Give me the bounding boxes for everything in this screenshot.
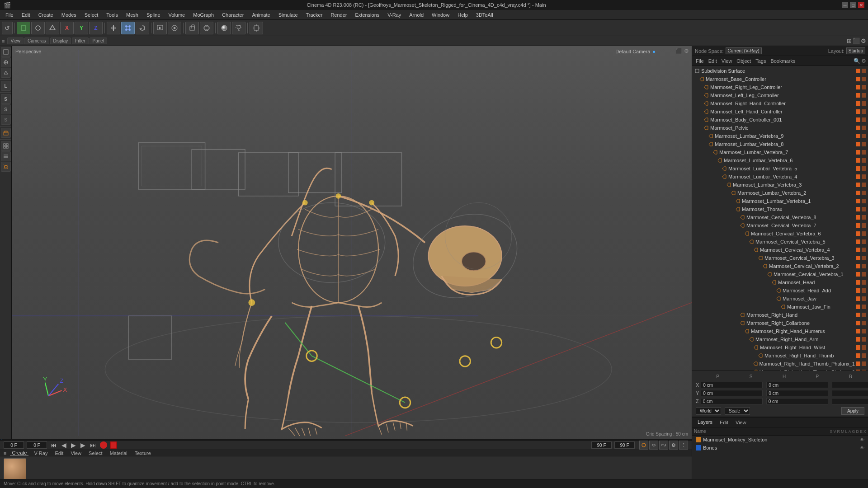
- tree-item[interactable]: Marmoset_Body_Controller_001: [692, 116, 868, 124]
- rp-file-btn[interactable]: File: [694, 58, 706, 64]
- cameras-menu[interactable]: Cameras: [24, 38, 49, 44]
- toolbar-texture-mode[interactable]: [31, 22, 45, 34]
- viewport-expand-icon[interactable]: ⬛: [853, 38, 860, 44]
- record-btn[interactable]: [100, 441, 107, 449]
- x-pos-input[interactable]: [701, 382, 763, 388]
- menu-volume[interactable]: Volume: [165, 11, 189, 19]
- layer-row-marmoset[interactable]: Marmoset_Monkey_Skeleton 👁: [692, 436, 868, 444]
- left-tool-layers[interactable]: [1, 151, 11, 161]
- tree-item[interactable]: Marmoset_Cervical_Vertebra_4: [692, 246, 868, 254]
- layer-row-bones[interactable]: Bones 👁: [692, 444, 868, 452]
- maximize-button[interactable]: □: [850, 2, 856, 8]
- rp-object-btn[interactable]: Object: [735, 58, 753, 64]
- fps-input[interactable]: [614, 441, 635, 449]
- tree-item[interactable]: Marmoset_Lumbar_Vertebra_7: [692, 148, 868, 156]
- toolbar-x-axis[interactable]: X: [60, 22, 74, 34]
- toolbar-sphere[interactable]: [200, 22, 213, 34]
- tree-item[interactable]: Marmoset_Right_Hand_Controller: [692, 99, 868, 108]
- edit-menu[interactable]: Edit: [53, 450, 65, 456]
- tree-item[interactable]: Marmoset_Right_Hand_Arm: [692, 335, 868, 343]
- tree-item[interactable]: Marmoset_Cervical_Vertebra_3: [692, 254, 868, 262]
- vray-menu[interactable]: V-Ray: [32, 450, 49, 456]
- rp-edit-btn[interactable]: Edit: [707, 58, 719, 64]
- menu-create[interactable]: Create: [35, 11, 57, 19]
- y-rot-input[interactable]: [766, 390, 828, 396]
- end-frame-input[interactable]: [591, 441, 612, 449]
- tree-item[interactable]: Marmoset_Lumbar_Vertebra_6: [692, 156, 868, 164]
- settings-btn[interactable]: ⚙: [669, 441, 678, 450]
- play-btn[interactable]: ▶: [70, 441, 77, 449]
- viewport-maximize-icon[interactable]: ⬛: [675, 48, 682, 54]
- tree-item[interactable]: Marmoset_Left_Leg_Controller: [692, 91, 868, 99]
- x-h-input[interactable]: [832, 382, 868, 388]
- tree-item[interactable]: Marmoset_Cervical_Vertebra_1: [692, 270, 868, 278]
- left-tool-7[interactable]: [1, 128, 11, 138]
- z-pos-input[interactable]: [701, 398, 763, 404]
- tree-item[interactable]: Marmoset_Cervical_Vertebra_7: [692, 221, 868, 230]
- tree-item[interactable]: Marmoset_Lumbar_Vertebra_3: [692, 181, 868, 189]
- toolbar-undo-btn[interactable]: ↺: [2, 22, 13, 34]
- object-tree[interactable]: Subdivision SurfaceMarmoset_Base_Control…: [692, 66, 868, 371]
- viewport-canvas[interactable]: Perspective Default Camera ● Grid Spacin…: [12, 46, 692, 439]
- viewport-pip-icon[interactable]: ⚙: [684, 48, 689, 54]
- toolbar-model-mode[interactable]: [17, 22, 30, 34]
- prev-keyframe-btn[interactable]: ⏮: [50, 441, 58, 449]
- tree-item[interactable]: Marmoset_Right_Hand_Humerus: [692, 327, 868, 335]
- menu-mesh[interactable]: Mesh: [123, 11, 142, 19]
- menu-character[interactable]: Character: [218, 11, 247, 19]
- menu-mograph[interactable]: MoGraph: [189, 11, 217, 19]
- toolbar-lights[interactable]: [232, 22, 245, 34]
- x-rot-input[interactable]: [766, 382, 828, 388]
- rp-tags-btn[interactable]: Tags: [754, 58, 768, 64]
- z-rot-input[interactable]: [766, 398, 828, 404]
- filter-menu[interactable]: Filter: [72, 38, 88, 44]
- layout-dropdown[interactable]: Startup: [846, 47, 865, 54]
- layers-edit-tab[interactable]: Edit: [718, 420, 730, 425]
- menu-edit[interactable]: Edit: [18, 11, 34, 19]
- toolbar-rotate[interactable]: [136, 22, 149, 34]
- tree-item[interactable]: Marmoset_Lumbar_Vertebra_5: [692, 164, 868, 173]
- texture-menu[interactable]: Texture: [133, 450, 153, 456]
- toolbar-scale[interactable]: [121, 22, 135, 34]
- playhead[interactable]: [1, 440, 2, 440]
- tree-item[interactable]: Marmoset_Cervical_Vertebra_5: [692, 238, 868, 246]
- left-tool-4[interactable]: S: [1, 94, 11, 104]
- viewport-lock-icon[interactable]: ⊞: [847, 38, 852, 44]
- layers-tab[interactable]: Layers: [696, 419, 714, 425]
- autokey-btn[interactable]: [110, 441, 117, 449]
- rp-view-btn[interactable]: View: [720, 58, 734, 64]
- left-tool-6[interactable]: S: [1, 115, 11, 125]
- left-tool-select[interactable]: [1, 47, 11, 57]
- tree-item[interactable]: Marmoset_Pelvic: [692, 124, 868, 132]
- menu-vray[interactable]: V-Ray: [384, 11, 405, 19]
- toolbar-snapping[interactable]: [250, 22, 263, 34]
- y-pos-input[interactable]: [701, 390, 763, 396]
- close-button[interactable]: ✕: [858, 2, 864, 8]
- menu-simulate[interactable]: Simulate: [275, 11, 302, 19]
- menu-file[interactable]: File: [2, 11, 17, 19]
- tree-item[interactable]: Marmoset_Cervical_Vertebra_2: [692, 262, 868, 270]
- tree-item[interactable]: Marmoset_Right_Leg_Controller: [692, 83, 868, 91]
- select-menu[interactable]: Select: [87, 450, 104, 456]
- tree-item[interactable]: Marmoset_Lumbar_Vertebra_1: [692, 197, 868, 205]
- left-tool-grid[interactable]: [1, 141, 11, 151]
- left-tool-2[interactable]: [1, 68, 11, 78]
- viewport-settings-icon[interactable]: ⚙: [861, 38, 866, 44]
- z-h-input[interactable]: [832, 398, 868, 404]
- y-h-input[interactable]: [832, 390, 868, 396]
- tree-item[interactable]: Marmoset_Base_Controller: [692, 75, 868, 83]
- scale-mode-select[interactable]: Scale: [725, 407, 750, 415]
- left-tool-1[interactable]: [1, 57, 11, 67]
- menu-arnold[interactable]: Arnold: [406, 11, 427, 19]
- toolbar-cube[interactable]: [185, 22, 199, 34]
- tree-item[interactable]: Marmoset_Right_Hand_Thumb_Phalanx_1: [692, 360, 868, 368]
- display-menu[interactable]: Display: [50, 38, 71, 44]
- layers-view-tab[interactable]: View: [734, 420, 748, 425]
- create-menu[interactable]: Create: [10, 450, 28, 456]
- rp-filter-icon[interactable]: ⚙: [861, 58, 866, 64]
- tree-item[interactable]: Marmoset_Right_Collarbone: [692, 319, 868, 327]
- view-menu-mat[interactable]: View: [69, 450, 83, 456]
- keyframe-btn[interactable]: [639, 441, 648, 450]
- tree-item[interactable]: Marmoset_Lumbar_Vertebra_8: [692, 140, 868, 148]
- menu-3dtall[interactable]: 3DToAll: [472, 11, 497, 19]
